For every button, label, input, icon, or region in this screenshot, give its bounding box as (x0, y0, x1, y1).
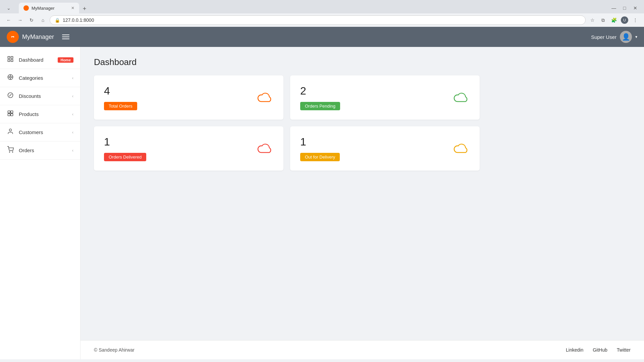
minimize-button[interactable]: — (609, 3, 619, 13)
svg-point-18 (9, 129, 12, 131)
user-name: Super User (591, 34, 616, 40)
sidebar-item-dashboard[interactable]: Dashboard Home (0, 51, 80, 69)
sidebar-item-customers[interactable]: Customers ‹ (0, 123, 80, 141)
footer-copyright: © Sandeep Ahirwar (94, 347, 135, 353)
profile-button[interactable]: U (620, 15, 629, 25)
stat-badge-total-orders: Total Orders (104, 102, 137, 110)
stat-number-orders-pending: 2 (300, 85, 470, 97)
footer-link-github[interactable]: GitHub (593, 347, 607, 353)
stat-card-orders-pending: 2 Orders Pending (290, 75, 480, 120)
svg-rect-17 (11, 114, 13, 116)
new-tab-button[interactable]: + (80, 4, 89, 13)
close-button[interactable]: ✕ (631, 3, 640, 13)
orders-icon (7, 146, 14, 155)
page-title: Dashboard (94, 57, 631, 67)
svg-rect-3 (8, 57, 10, 59)
svg-rect-15 (11, 111, 13, 113)
sidebar: Dashboard Home Categories ‹ (0, 47, 80, 359)
user-avatar[interactable]: 👤 (620, 31, 632, 43)
tab-title: MyManager (32, 6, 55, 11)
sidebar-item-categories[interactable]: Categories ‹ (0, 69, 80, 87)
products-arrow: ‹ (72, 112, 73, 117)
stat-number-out-for-delivery: 1 (300, 136, 470, 148)
cloud-icon-orders-pending (453, 92, 470, 104)
dashboard-badge: Home (58, 57, 73, 63)
address-text: 127.0.0.1:8000 (63, 17, 94, 23)
stat-card-total-orders: 4 Total Orders (94, 75, 283, 120)
categories-arrow: ‹ (72, 75, 73, 80)
maximize-button[interactable]: □ (620, 3, 629, 13)
footer-link-linkedin[interactable]: Linkedin (566, 347, 583, 353)
svg-point-2 (13, 36, 14, 37)
browser-chrome: ⌄ MyManager ✕ + — □ ✕ ← → ↻ ⌂ 🔒 127.0.0.… (0, 0, 644, 27)
discounts-arrow: ‹ (72, 94, 73, 99)
tab-close-button[interactable]: ✕ (71, 6, 74, 10)
browser-tab-list-btn[interactable]: ⌄ (4, 3, 13, 13)
back-button[interactable]: ← (4, 15, 13, 25)
stat-card-orders-delivered: 1 Orders Delivered (94, 126, 283, 171)
browser-window-controls: ⌄ (4, 3, 13, 13)
stat-badge-out-for-delivery: Out for Delivery (300, 153, 340, 161)
secure-icon: 🔒 (55, 18, 60, 23)
browser-nav-right: ☆ ⧉ 🧩 U ⋮ (588, 15, 640, 25)
stats-grid: 4 Total Orders 2 Orders Pending (94, 75, 480, 171)
products-icon (7, 110, 14, 118)
sidebar-label-customers: Customers (19, 129, 67, 135)
svg-rect-14 (8, 111, 10, 113)
hamburger-menu[interactable] (62, 35, 69, 39)
tab-favicon (23, 5, 29, 11)
tab-bar: MyManager ✕ + (16, 3, 92, 13)
main-area: Dashboard Home Categories ‹ (0, 47, 644, 359)
sidebar-label-products: Products (19, 111, 67, 117)
bookmark-button[interactable]: ☆ (588, 15, 597, 25)
user-dropdown-arrow[interactable]: ▾ (635, 35, 637, 39)
cloud-icon-out-for-delivery (453, 142, 470, 155)
browser-titlebar: ⌄ MyManager ✕ + — □ ✕ (0, 0, 644, 13)
home-button[interactable]: ⌂ (38, 15, 48, 25)
stat-number-orders-delivered: 1 (104, 136, 273, 148)
active-tab[interactable]: MyManager ✕ (19, 3, 79, 13)
footer: © Sandeep Ahirwar Linkedin GitHub Twitte… (80, 340, 644, 359)
dashboard-icon (7, 56, 14, 64)
footer-link-twitter[interactable]: Twitter (617, 347, 631, 353)
logo-area: MyManager (7, 31, 54, 43)
orders-arrow: ‹ (72, 148, 73, 153)
svg-point-20 (12, 152, 13, 153)
svg-rect-4 (11, 57, 13, 59)
svg-point-19 (9, 152, 10, 153)
cloud-icon-orders-delivered (257, 142, 273, 155)
svg-rect-6 (11, 60, 13, 62)
stat-badge-orders-delivered: Orders Delivered (104, 153, 146, 161)
address-bar[interactable]: 🔒 127.0.0.1:8000 (50, 15, 586, 25)
sidebar-item-discounts[interactable]: Discounts ‹ (0, 87, 80, 105)
sidebar-label-dashboard: Dashboard (19, 57, 53, 63)
extensions-button[interactable]: 🧩 (609, 15, 619, 25)
stat-number-total-orders: 4 (104, 85, 273, 97)
forward-button[interactable]: → (15, 15, 25, 25)
menu-button[interactable]: ⋮ (631, 15, 640, 25)
categories-icon (7, 74, 14, 82)
stat-card-out-for-delivery: 1 Out for Delivery (290, 126, 480, 171)
sidebar-label-discounts: Discounts (19, 93, 67, 99)
sidebar-item-orders[interactable]: Orders ‹ (0, 141, 80, 160)
reload-button[interactable]: ↻ (27, 15, 36, 25)
svg-rect-16 (8, 114, 10, 116)
app-name: MyManager (22, 34, 54, 41)
app-wrapper: MyManager Super User 👤 ▾ (0, 27, 644, 359)
footer-links: Linkedin GitHub Twitter (566, 347, 631, 353)
cloud-icon-total-orders (257, 92, 273, 104)
tab-overview-button[interactable]: ⧉ (598, 15, 608, 25)
customers-arrow: ‹ (72, 130, 73, 135)
svg-rect-5 (8, 60, 10, 62)
navbar-right: Super User 👤 ▾ (591, 31, 637, 43)
logo-icon (7, 31, 19, 43)
sidebar-item-products[interactable]: Products ‹ (0, 105, 80, 123)
top-navbar: MyManager Super User 👤 ▾ (0, 27, 644, 47)
svg-point-1 (11, 36, 12, 37)
browser-navigation: ← → ↻ ⌂ 🔒 127.0.0.1:8000 ☆ ⧉ 🧩 U ⋮ (0, 13, 644, 27)
discounts-icon (7, 92, 14, 100)
sidebar-label-categories: Categories (19, 75, 67, 81)
stat-badge-orders-pending: Orders Pending (300, 102, 340, 110)
main-content: Dashboard 4 Total Orders 2 Orders Pendin… (80, 47, 644, 340)
sidebar-label-orders: Orders (19, 147, 67, 153)
